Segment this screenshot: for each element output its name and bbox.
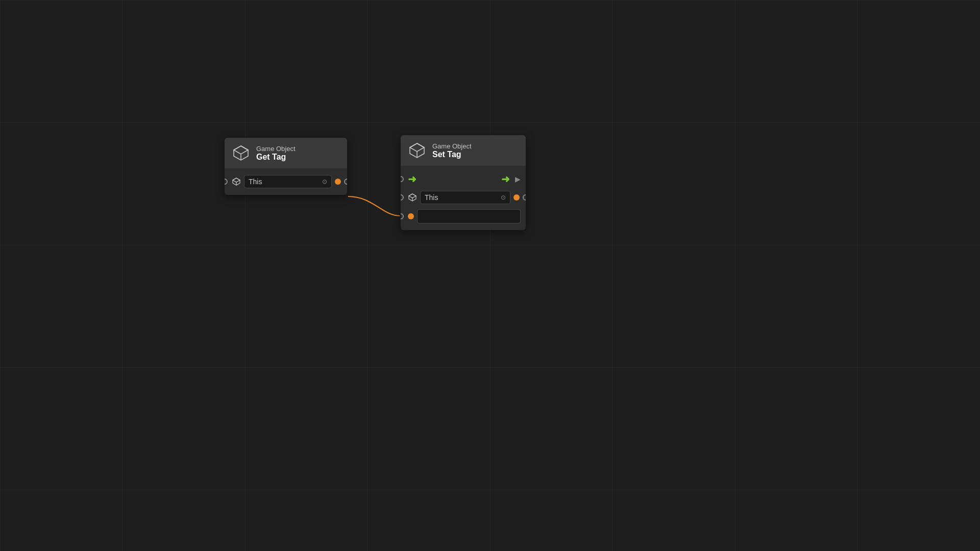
get-tag-input-text: This <box>249 178 319 186</box>
get-tag-title: Game Object Get Tag <box>256 145 296 162</box>
get-tag-title-bottom: Get Tag <box>256 153 296 162</box>
set-tag-right-play-icon[interactable]: ▶ <box>515 175 521 183</box>
set-tag-input-text: This <box>425 193 498 202</box>
set-tag-title: Game Object Set Tag <box>432 142 472 159</box>
get-tag-orange-port[interactable] <box>335 179 341 185</box>
get-tag-this-input[interactable]: This ⊙ <box>244 175 332 188</box>
set-tag-small-cube-icon <box>408 193 417 202</box>
get-tag-target-icon: ⊙ <box>322 178 327 185</box>
set-tag-string-input[interactable] <box>417 209 521 223</box>
set-tag-title-bottom: Set Tag <box>432 150 472 159</box>
set-tag-arrow-out-icon: ➜ <box>501 173 510 185</box>
set-tag-string-orange-dot[interactable] <box>408 213 414 219</box>
set-tag-body: ➜ ➜ ▶ This <box>401 166 526 230</box>
set-tag-this-input[interactable]: This ⊙ <box>420 191 510 204</box>
set-tag-flow-row: ➜ ➜ ▶ <box>401 170 526 188</box>
set-tag-right-port[interactable] <box>523 194 526 201</box>
set-tag-input-row: This ⊙ <box>401 188 526 207</box>
node-set-tag[interactable]: Game Object Set Tag ➜ ➜ ▶ <box>401 135 526 230</box>
connector-svg <box>0 0 980 551</box>
svg-marker-10 <box>409 194 416 198</box>
set-tag-left-play-port[interactable] <box>401 176 404 182</box>
cube-icon-set <box>408 141 426 160</box>
cube-icon-get <box>232 144 250 162</box>
node-get-tag[interactable]: Game Object Get Tag This ⊙ <box>225 138 347 195</box>
get-tag-body: This ⊙ <box>225 168 347 195</box>
get-tag-left-port[interactable] <box>225 179 228 185</box>
set-tag-arrow-in-icon: ➜ <box>408 173 416 185</box>
get-tag-title-top: Game Object <box>256 145 296 153</box>
svg-marker-7 <box>410 143 424 152</box>
set-tag-target-icon: ⊙ <box>501 194 506 201</box>
orange-wire <box>348 196 400 216</box>
set-tag-orange-port[interactable] <box>513 194 520 201</box>
svg-marker-4 <box>233 178 240 182</box>
get-tag-input-row: This ⊙ <box>225 172 347 191</box>
svg-marker-1 <box>234 146 248 154</box>
get-tag-right-port[interactable] <box>344 179 347 185</box>
set-tag-header: Game Object Set Tag <box>401 135 526 166</box>
set-tag-title-top: Game Object <box>432 142 472 150</box>
set-tag-string-row <box>401 207 526 226</box>
set-tag-left-port[interactable] <box>401 194 404 201</box>
node-canvas[interactable]: Game Object Get Tag This ⊙ <box>0 0 980 551</box>
get-tag-header: Game Object Get Tag <box>225 138 347 168</box>
get-tag-small-cube-icon <box>232 177 241 186</box>
set-tag-string-left-port[interactable] <box>401 213 404 219</box>
